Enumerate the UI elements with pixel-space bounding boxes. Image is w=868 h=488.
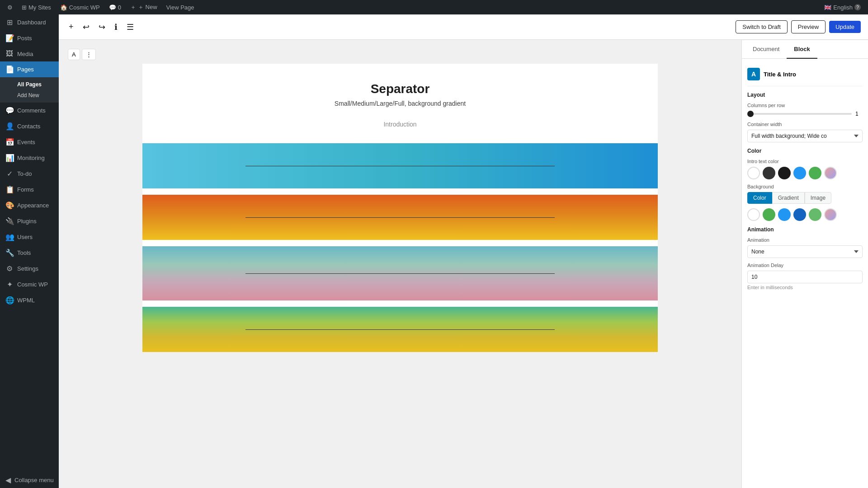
sidebar-item-todo[interactable]: ✓ To-do [0,166,59,182]
settings-icon: ⚙ [5,264,14,273]
sidebar-item-monitoring[interactable]: 📊 Monitoring [0,150,59,166]
sidebar-pages-add-new[interactable]: Add New [0,90,59,101]
sidebar-item-dashboard[interactable]: ⊞ Dashboard [0,14,59,30]
intro-text[interactable]: Introduction [142,116,658,141]
sidebar-item-comments[interactable]: 💬 Comments [0,103,59,118]
sidebar-item-events[interactable]: 📅 Events [0,134,59,150]
block-icon-badge: A [747,68,760,80]
plugins-icon: 🔌 [5,217,14,225]
sidebar-item-users[interactable]: 👥 Users [0,229,59,245]
bg-swatch-light-blue[interactable] [778,208,791,221]
sidebar-item-cosmicwp[interactable]: ✦ Cosmic WP [0,277,59,292]
sidebar-item-settings[interactable]: ⚙ Settings [0,261,59,277]
color-swatch-white[interactable] [747,167,760,179]
block-type-name: Title & Intro [764,71,796,78]
details-button[interactable]: ℹ [112,19,120,35]
color-swatch-black[interactable] [778,167,791,179]
bg-tab-gradient[interactable]: Gradient [772,192,805,204]
pages-submenu: All Pages Add New [0,77,59,103]
color-swatch-gradient-intro[interactable] [824,167,837,179]
admin-bar-language[interactable]: 🇬🇧 English ? [821,0,864,14]
list-view-button[interactable]: ☰ [124,19,137,35]
sidebar-item-media[interactable]: 🖼 Media [0,46,59,61]
bg-swatch-dark-blue[interactable] [793,208,806,221]
columns-value: 1 [855,111,863,117]
separator-line-green-yellow [245,329,555,330]
white-separator-3 [142,302,658,305]
admin-bar-my-sites[interactable]: ⊞ My Sites [18,0,55,14]
bg-swatch-medium-green[interactable] [809,208,821,221]
animation-select[interactable]: None [747,245,863,258]
animation-delay-help: Enter in milliseconds [747,285,863,290]
bg-tab-image[interactable]: Image [805,192,831,204]
admin-bar-view-page[interactable]: View Page [163,0,198,14]
sidebar-pages-all[interactable]: All Pages [0,79,59,90]
sidebar-item-pages[interactable]: 📄 Pages [0,61,59,77]
animation-label: Animation [747,237,863,243]
bg-swatch-green[interactable] [763,208,775,221]
color-swatch-green[interactable] [809,167,821,179]
block-type-header: A Title & Intro [747,64,863,86]
sidebar-item-forms[interactable]: 📋 Forms [0,182,59,197]
admin-bar-comments[interactable]: 💬 0 [105,0,125,14]
update-button[interactable]: Update [829,21,861,33]
container-width-select[interactable]: Full width background; Wide co [747,130,863,142]
bg-swatch-gradient-bg[interactable] [824,208,837,221]
redo-button[interactable]: ↪ [96,19,108,35]
preview-button[interactable]: Preview [791,20,826,33]
sidebar-item-posts[interactable]: 📝 Posts [0,30,59,46]
admin-bar-cosmic-wp[interactable]: 🏠 Cosmic WP [57,0,104,14]
dashboard-icon: ⊞ [5,18,14,27]
separator-block-orange[interactable] [142,195,658,240]
right-panel: Document Block A Title & Intro Layout [741,40,868,488]
wpml-icon: 🌐 [5,296,14,305]
page-subtitle: Small/Medium/Large/Full, background grad… [151,100,649,107]
animation-section-label: Animation [747,226,863,233]
block-type-button[interactable]: A [68,49,80,60]
tab-block[interactable]: Block [787,40,817,59]
separator-block-multi[interactable] [142,246,658,300]
my-sites-icon: ⊞ [22,4,27,11]
switch-to-draft-button[interactable]: Switch to Draft [736,20,788,33]
forms-icon: 📋 [5,185,14,194]
separator-line-blue [245,166,555,166]
layout-section: Layout Columns per row 1 Container width… [747,92,863,142]
panel-body: A Title & Intro Layout Columns per row 1… [742,59,868,488]
sidebar-item-plugins[interactable]: 🔌 Plugins [0,213,59,229]
animation-delay-input[interactable] [747,271,863,283]
color-section-label: Color [747,148,863,154]
add-block-button[interactable]: + [66,19,76,34]
separator-block-blue[interactable] [142,143,658,188]
admin-bar-new[interactable]: ＋ ＋ New [127,0,161,14]
block-options-button[interactable]: ⋮ [82,49,96,60]
sidebar: ⊞ Dashboard 📝 Posts 🖼 Media 📄 Pages All … [0,14,59,488]
columns-slider-row: 1 [747,111,863,117]
tab-document[interactable]: Document [745,40,787,59]
tools-icon: 🔧 [5,249,14,257]
bg-tab-color[interactable]: Color [747,192,772,204]
animation-section: Animation Animation None Animation Delay… [747,226,863,290]
block-toolbar: A ⋮ [59,49,741,60]
sidebar-item-contacts[interactable]: 👤 Contacts [0,118,59,134]
sidebar-item-appearance[interactable]: 🎨 Appearance [0,197,59,213]
admin-bar-wp-logo[interactable]: ⚙ [4,0,16,14]
color-swatch-blue[interactable] [793,167,806,179]
color-swatch-dark-gray[interactable] [763,167,775,179]
redo-icon: ↪ [99,22,105,32]
users-icon: 👥 [5,233,14,241]
animation-delay-label: Animation Delay [747,263,863,268]
bg-swatch-white[interactable] [747,208,760,221]
columns-slider[interactable] [747,113,852,115]
sidebar-item-tools[interactable]: 🔧 Tools [0,245,59,261]
bg-color-swatches [747,208,863,221]
sidebar-collapse-menu[interactable]: ◀ Collapse menu [0,472,59,488]
sidebar-item-wpml[interactable]: 🌐 WPML [0,292,59,308]
collapse-icon: ◀ [5,476,11,484]
comments-icon: 💬 [5,106,14,115]
undo-button[interactable]: ↩ [80,19,92,35]
appearance-icon: 🎨 [5,201,14,210]
bg-tabs: Color Gradient Image [747,192,863,204]
flag-icon: 🇬🇧 [824,4,831,11]
canvas-area: A ⋮ Separator Small/Medium/Large/Full, b… [59,40,741,488]
separator-block-green-yellow[interactable] [142,307,658,352]
